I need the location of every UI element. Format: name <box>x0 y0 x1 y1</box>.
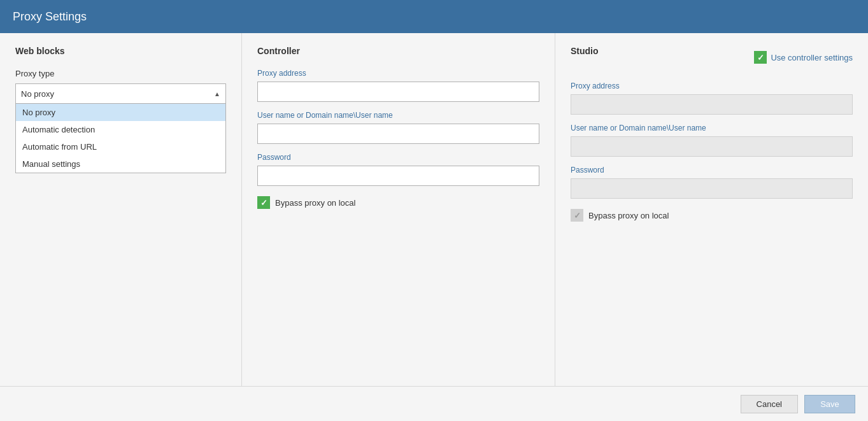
web-blocks-title: Web blocks <box>15 46 226 56</box>
studio-bypass-row: ✓ Bypass proxy on local <box>571 209 853 222</box>
studio-checkmark-icon: ✓ <box>574 211 581 220</box>
dropdown-option-auto-url[interactable]: Automatic from URL <box>16 138 225 155</box>
controller-username-label: User name or Domain name\User name <box>257 111 539 120</box>
controller-panel: Controller Proxy address User name or Do… <box>242 33 555 386</box>
controller-username-input[interactable] <box>257 124 539 144</box>
proxy-type-select[interactable]: No proxy ▲ <box>15 83 226 104</box>
studio-title: Studio <box>571 46 599 56</box>
use-controller-checkmark-icon: ✓ <box>757 53 764 62</box>
web-blocks-panel: Web blocks Proxy type No proxy ▲ No prox… <box>0 33 242 386</box>
main-content: Web blocks Proxy type No proxy ▲ No prox… <box>0 33 868 386</box>
studio-panel: Studio ✓ Use controller settings Proxy a… <box>555 33 868 386</box>
studio-password-input[interactable] <box>571 178 853 199</box>
studio-username-input[interactable] <box>571 136 853 157</box>
title-bar: Proxy Settings <box>0 0 868 33</box>
controller-title: Controller <box>257 46 539 56</box>
proxy-type-label: Proxy type <box>15 69 226 78</box>
save-button[interactable]: Save <box>804 395 855 413</box>
footer-bar: Cancel Save <box>0 386 868 421</box>
controller-password-input[interactable] <box>257 166 539 186</box>
controller-bypass-label: Bypass proxy on local <box>275 198 355 208</box>
controller-bypass-checkbox[interactable]: ✓ <box>257 196 270 209</box>
title-text: Proxy Settings <box>13 10 87 24</box>
studio-bypass-label: Bypass proxy on local <box>588 211 669 220</box>
proxy-type-select-wrapper[interactable]: No proxy ▲ No proxy Automatic detection … <box>15 83 226 104</box>
chevron-up-icon: ▲ <box>214 90 220 97</box>
use-controller-label: Use controller settings <box>771 53 853 62</box>
studio-header: Studio ✓ Use controller settings <box>571 46 853 69</box>
controller-proxy-address-input[interactable] <box>257 82 539 102</box>
checkmark-icon: ✓ <box>260 198 267 208</box>
studio-username-label: User name or Domain name\User name <box>571 124 853 132</box>
studio-password-label: Password <box>571 166 853 175</box>
selected-option-text: No proxy <box>21 89 54 99</box>
controller-bypass-row: ✓ Bypass proxy on local <box>257 196 539 209</box>
studio-proxy-address-label: Proxy address <box>571 82 853 90</box>
studio-proxy-address-input[interactable] <box>571 94 853 115</box>
controller-password-label: Password <box>257 153 539 162</box>
dropdown-option-no-proxy[interactable]: No proxy <box>16 104 225 121</box>
dropdown-option-auto-detect[interactable]: Automatic detection <box>16 121 225 138</box>
proxy-type-dropdown[interactable]: No proxy Automatic detection Automatic f… <box>15 104 226 173</box>
use-controller-checkbox[interactable]: ✓ <box>754 51 767 64</box>
dropdown-option-manual[interactable]: Manual settings <box>16 155 225 173</box>
studio-bypass-checkbox[interactable]: ✓ <box>571 209 583 222</box>
cancel-button[interactable]: Cancel <box>741 395 798 413</box>
use-controller-button[interactable]: ✓ Use controller settings <box>754 51 853 64</box>
controller-proxy-address-label: Proxy address <box>257 69 539 78</box>
